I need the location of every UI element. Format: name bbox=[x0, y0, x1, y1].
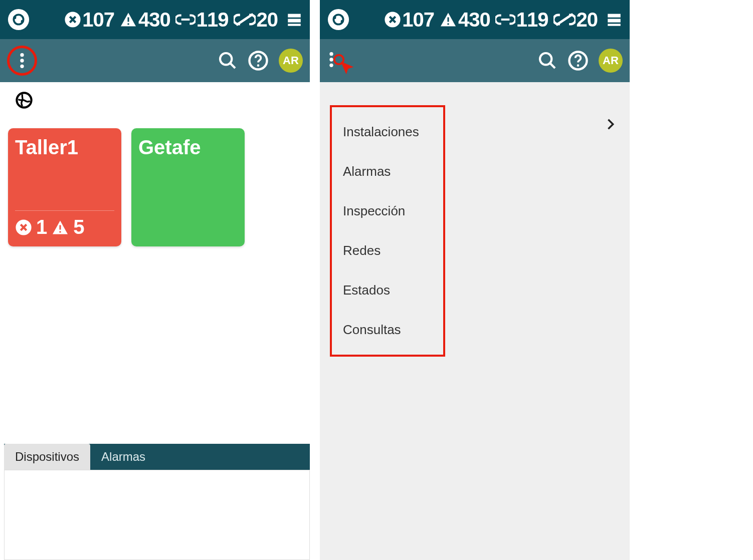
svg-point-2 bbox=[21, 20, 24, 23]
tab-dispositivos[interactable]: Dispositivos bbox=[4, 444, 90, 470]
warning-icon bbox=[51, 218, 69, 236]
status-warnings-value: 430 bbox=[458, 9, 490, 31]
card-warnings-value: 5 bbox=[73, 216, 84, 238]
svg-rect-4 bbox=[128, 18, 129, 22]
card-stats: 1 5 bbox=[15, 216, 114, 238]
screen-right: 107 430 119 20 bbox=[320, 0, 630, 560]
svg-point-0 bbox=[8, 9, 29, 30]
svg-point-20 bbox=[328, 9, 349, 30]
link-icon bbox=[175, 11, 196, 28]
status-unlinked: 20 bbox=[553, 9, 598, 31]
svg-point-35 bbox=[577, 64, 580, 67]
tap-cursor-icon bbox=[332, 54, 357, 76]
warning-icon bbox=[439, 11, 457, 29]
status-bar: 107 430 119 20 bbox=[320, 0, 630, 39]
help-icon[interactable] bbox=[248, 50, 269, 71]
link-off-icon bbox=[553, 11, 576, 28]
svg-rect-24 bbox=[448, 18, 449, 22]
avatar-initials: AR bbox=[283, 54, 299, 67]
error-icon bbox=[15, 219, 32, 236]
card-title: Taller1 bbox=[15, 136, 114, 159]
main-body-right: Instalaciones Alarmas Inspección Redes E… bbox=[320, 82, 630, 560]
svg-rect-27 bbox=[608, 19, 621, 23]
tab-strip: Dispositivos Alarmas bbox=[4, 444, 310, 470]
svg-point-33 bbox=[540, 53, 551, 65]
avatar[interactable]: AR bbox=[599, 49, 623, 73]
link-off-icon bbox=[234, 11, 256, 28]
card-getafe[interactable]: Getafe bbox=[131, 128, 245, 246]
menu-item-estados[interactable]: Estados bbox=[332, 270, 443, 310]
search-icon[interactable] bbox=[537, 51, 557, 71]
svg-point-21 bbox=[333, 16, 336, 19]
app-bar: AR bbox=[320, 39, 630, 82]
status-warnings-value: 430 bbox=[138, 9, 170, 31]
svg-point-22 bbox=[341, 20, 344, 23]
globe-icon[interactable] bbox=[14, 90, 34, 110]
error-icon bbox=[384, 11, 401, 28]
status-unlinked-value: 20 bbox=[257, 9, 278, 31]
menu-highlight-box: Instalaciones Alarmas Inspección Redes E… bbox=[330, 105, 445, 357]
svg-point-14 bbox=[257, 64, 260, 67]
status-linked: 119 bbox=[495, 9, 548, 31]
main-body-left: Taller1 1 5 Getafe Dispositivos bbox=[0, 82, 310, 560]
app-logo-icon bbox=[327, 8, 350, 31]
svg-point-9 bbox=[20, 53, 24, 57]
app-bar: AR bbox=[0, 39, 310, 82]
svg-rect-6 bbox=[288, 14, 301, 18]
svg-rect-7 bbox=[288, 19, 301, 23]
menu-item-consultas[interactable]: Consultas bbox=[332, 310, 443, 350]
svg-rect-26 bbox=[608, 14, 621, 18]
card-errors-value: 1 bbox=[36, 216, 47, 238]
status-warnings: 430 bbox=[119, 9, 170, 31]
svg-point-12 bbox=[220, 53, 232, 65]
screen-left: 107 430 119 20 bbox=[0, 0, 310, 560]
status-linked: 119 bbox=[175, 9, 229, 31]
svg-rect-18 bbox=[60, 225, 61, 229]
svg-rect-8 bbox=[288, 24, 301, 26]
svg-rect-28 bbox=[608, 24, 621, 26]
card-divider bbox=[15, 210, 114, 211]
chevron-right-icon[interactable] bbox=[604, 117, 618, 131]
status-errors-value: 107 bbox=[402, 9, 434, 31]
menu-item-inspeccion[interactable]: Inspección bbox=[332, 191, 443, 231]
status-warnings: 430 bbox=[439, 9, 490, 31]
error-icon bbox=[64, 11, 81, 28]
status-bar: 107 430 119 20 bbox=[0, 0, 310, 39]
status-linked-value: 119 bbox=[516, 9, 548, 31]
menu-item-instalaciones[interactable]: Instalaciones bbox=[332, 112, 443, 152]
card-title: Getafe bbox=[138, 136, 238, 159]
cards-row: Taller1 1 5 Getafe bbox=[0, 120, 310, 254]
menu-item-alarmas[interactable]: Alarmas bbox=[332, 152, 443, 191]
avatar-initials: AR bbox=[603, 54, 619, 67]
svg-point-1 bbox=[13, 16, 16, 19]
server-icon[interactable] bbox=[606, 11, 623, 28]
avatar[interactable]: AR bbox=[279, 49, 303, 73]
server-icon[interactable] bbox=[286, 11, 303, 28]
link-icon bbox=[495, 11, 515, 28]
svg-rect-25 bbox=[448, 24, 449, 25]
status-errors-value: 107 bbox=[82, 9, 114, 31]
more-vert-icon[interactable] bbox=[20, 52, 25, 69]
app-logo-icon bbox=[7, 8, 30, 31]
tab-panel bbox=[4, 470, 310, 560]
menu-item-redes[interactable]: Redes bbox=[332, 231, 443, 270]
more-vert-tapped[interactable] bbox=[327, 51, 334, 70]
tab-alarmas[interactable]: Alarmas bbox=[90, 444, 156, 470]
svg-rect-5 bbox=[128, 24, 129, 25]
status-linked-value: 119 bbox=[197, 9, 229, 31]
search-icon[interactable] bbox=[218, 51, 238, 71]
warning-icon bbox=[119, 11, 137, 29]
svg-point-10 bbox=[20, 59, 24, 62]
status-errors: 107 bbox=[384, 9, 434, 31]
highlight-circle bbox=[7, 46, 37, 76]
help-icon[interactable] bbox=[568, 50, 589, 71]
svg-point-11 bbox=[20, 65, 24, 68]
svg-rect-19 bbox=[60, 231, 61, 232]
status-unlinked-value: 20 bbox=[577, 9, 598, 31]
status-errors: 107 bbox=[64, 9, 114, 31]
card-taller1[interactable]: Taller1 1 5 bbox=[8, 128, 121, 246]
status-unlinked: 20 bbox=[234, 9, 278, 31]
